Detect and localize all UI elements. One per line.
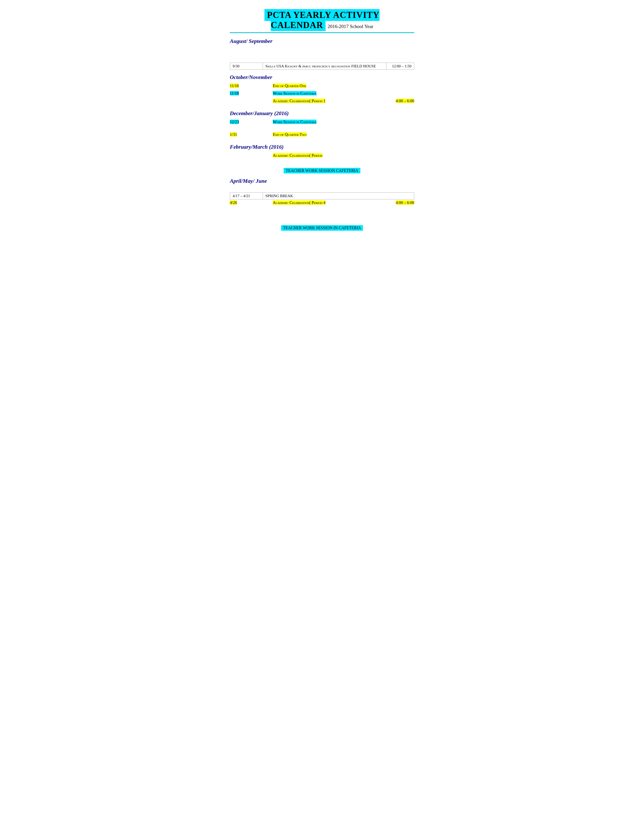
event-row: 11/18Work Session in Cafeteria bbox=[230, 91, 414, 98]
event-description: SPRING BREAK bbox=[263, 193, 414, 199]
event-description: End of Quarter One bbox=[273, 84, 376, 88]
event-date: 4/17 – 4/21 bbox=[230, 193, 263, 199]
event-time: 12:00 – 1:50 bbox=[386, 63, 414, 69]
row-spacer bbox=[230, 187, 414, 192]
event-date: 11/16 bbox=[230, 84, 273, 88]
event-date: 4/26 bbox=[230, 200, 273, 205]
event-description: Work Session in Cafeteria bbox=[273, 120, 376, 124]
event-row: Academic Celebration( Period bbox=[230, 153, 414, 160]
event-description: Academic Celebration( Period 4 bbox=[273, 200, 376, 205]
event-row: Academic Celebration( Period 14:00 – 6:0… bbox=[230, 99, 414, 106]
event-date: 1/31 bbox=[230, 132, 273, 137]
title-divider bbox=[230, 32, 414, 33]
section-heading-apr-jun: April/May/ June bbox=[230, 178, 414, 184]
centered-event-row: TEACHER WORK SESSION IN CAFETERIA bbox=[230, 225, 414, 231]
row-spacer bbox=[230, 161, 414, 166]
event-row: 12/23Work Session in Cafeteria bbox=[230, 120, 414, 127]
event-description: TEACHER WORK SESSION IN CAFETERIA bbox=[281, 225, 363, 231]
event-row: 11/16End of Quarter One bbox=[230, 84, 414, 91]
event-description: Work Session in Cafeteria bbox=[273, 91, 376, 96]
event-description: TEACHER WORK SESSION CAFETERIA bbox=[283, 168, 360, 174]
section-spacer-aug-sep bbox=[230, 47, 414, 63]
row-spacer bbox=[230, 208, 414, 213]
row-spacer bbox=[230, 218, 414, 223]
event-description: Academic Celebration( Period bbox=[273, 153, 376, 158]
section-heading-feb-mar: February/March (2016) bbox=[230, 144, 414, 150]
table-row: 9/30Skills USA Kickoff & parcc proficien… bbox=[230, 63, 414, 70]
section-heading-oct-nov: October/November bbox=[230, 74, 414, 80]
event-row: 4/26Academic Celebration( Period 44:00 –… bbox=[230, 200, 414, 207]
event-time: 4:00 – 6:00 bbox=[376, 200, 414, 205]
event-row: 1/31End of Quarter Two bbox=[230, 132, 414, 139]
page-title-container: PCTA YEARLY ACTIVITY CALENDAR2016-2017 S… bbox=[230, 10, 414, 30]
event-description: Skills USA Kickoff & parcc proficiency r… bbox=[263, 63, 386, 69]
calendar-content: August/ September9/30Skills USA Kickoff … bbox=[230, 38, 414, 231]
row-spacer bbox=[230, 213, 414, 218]
event-date: 12/23 bbox=[230, 120, 273, 124]
centered-event-row: TEACHER WORK SESSION CAFETERIA bbox=[230, 168, 414, 174]
event-date: 11/18 bbox=[230, 91, 273, 96]
row-spacer bbox=[230, 127, 414, 132]
page-title-year: 2016-2017 School Year bbox=[328, 24, 373, 29]
event-description: End of Quarter Two bbox=[273, 132, 376, 137]
table-row: 4/17 – 4/21SPRING BREAK bbox=[230, 192, 414, 199]
section-heading-aug-sep: August/ September bbox=[230, 38, 414, 44]
event-description: Academic Celebration( Period 1 bbox=[273, 99, 376, 103]
event-time: 4:00 – 6:00 bbox=[376, 99, 414, 103]
event-date: 9/30 bbox=[230, 63, 263, 69]
section-heading-dec-jan: December/January (2016) bbox=[230, 110, 414, 117]
